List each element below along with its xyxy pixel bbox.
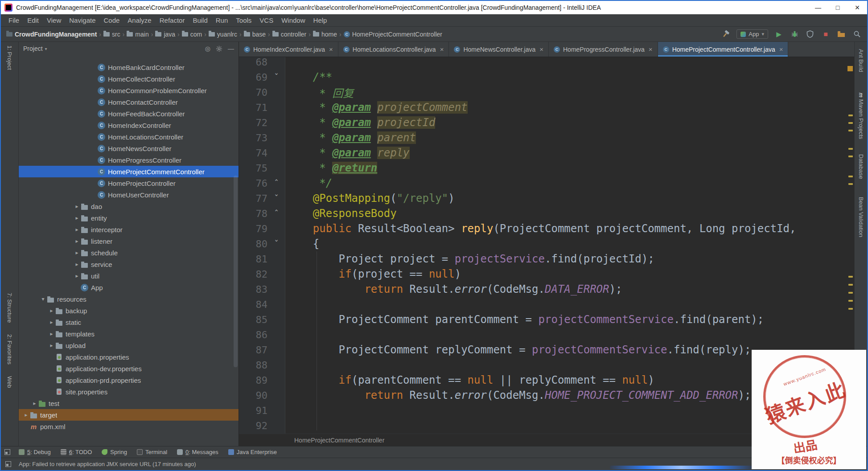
tree-item-entity[interactable]: ▸entity bbox=[19, 212, 239, 224]
tree-item-listener[interactable]: ▸listener bbox=[19, 235, 239, 247]
code-line[interactable]: 68 bbox=[239, 57, 854, 70]
tree-item-homecontactcontroller[interactable]: CHomeContactController bbox=[19, 96, 239, 108]
tool-button-spring[interactable]: Spring bbox=[97, 446, 132, 458]
menu-analyze[interactable]: Analyze bbox=[123, 16, 155, 24]
breadcrumb-item-java[interactable]: java bbox=[155, 31, 175, 38]
tree-item-homeindexcontroller[interactable]: CHomeIndexController bbox=[19, 119, 239, 131]
code-line[interactable]: 82 if(project == null) bbox=[239, 266, 854, 282]
close-tab-icon[interactable]: × bbox=[329, 45, 333, 53]
breadcrumb-item-src[interactable]: src bbox=[103, 31, 120, 38]
tool-button-5-debug[interactable]: 5: Debug bbox=[14, 446, 56, 458]
code-line[interactable]: 71 * @param projectComment bbox=[239, 100, 854, 115]
tree-item-backup[interactable]: ▸backup bbox=[19, 305, 239, 316]
tool-button-1-project[interactable]: 1: Project bbox=[6, 45, 13, 70]
tool-button-web[interactable]: Web bbox=[6, 376, 13, 388]
stop-button[interactable]: ■ bbox=[821, 29, 831, 39]
breadcrumb-item-main[interactable]: main bbox=[127, 31, 148, 38]
tree-item-application-dev-properties[interactable]: application-dev.properties bbox=[19, 363, 239, 374]
editor-tab-homeprogresscontroller-java[interactable]: CHomeProgressController.java× bbox=[549, 42, 658, 57]
menu-navigate[interactable]: Navigate bbox=[65, 16, 99, 24]
code-line[interactable]: 70 * 回复 bbox=[239, 85, 854, 100]
tree-toggle-icon[interactable]: ▸ bbox=[31, 400, 38, 406]
menu-code[interactable]: Code bbox=[99, 16, 123, 24]
tree-toggle-icon[interactable]: ▸ bbox=[48, 331, 55, 337]
menu-help[interactable]: Help bbox=[309, 16, 331, 24]
code-line[interactable]: 85 ProjectComment parentComment = projec… bbox=[239, 312, 854, 327]
tool-button-bean-validation[interactable]: Bean Validation bbox=[858, 197, 864, 237]
tree-toggle-icon[interactable]: ▸ bbox=[73, 261, 81, 267]
code-line[interactable]: 77ˇ @PostMapping("/reply") bbox=[239, 191, 854, 206]
tree-toggle-icon[interactable]: ▸ bbox=[73, 215, 81, 221]
menu-run[interactable]: Run bbox=[212, 16, 232, 24]
editor-tab-homeprojectcommentcontroller-java[interactable]: CHomeProjectCommentController.java× bbox=[658, 42, 789, 57]
menu-file[interactable]: File bbox=[4, 16, 23, 24]
event-log-icon[interactable] bbox=[5, 461, 11, 467]
tree-item-application-prd-properties[interactable]: application-prd.properties bbox=[19, 374, 239, 386]
code-line[interactable]: 72 * @param projectId bbox=[239, 115, 854, 130]
breadcrumb-item-crowdfundingmanagement[interactable]: CrowdFundingManagement bbox=[6, 31, 97, 38]
fold-marker-icon[interactable]: ˇ bbox=[271, 238, 282, 249]
menu-window[interactable]: Window bbox=[277, 16, 309, 24]
tool-button-database[interactable]: Database bbox=[858, 154, 864, 179]
code-line[interactable]: 80ˇ { bbox=[239, 236, 854, 251]
code-line[interactable]: 78ˆ @ResponseBody bbox=[239, 206, 854, 221]
tool-button-java-enterprise[interactable]: Java Enterprise bbox=[223, 446, 282, 458]
close-button[interactable]: × bbox=[847, 1, 867, 14]
hide-panel-button[interactable]: — bbox=[228, 45, 234, 52]
tree-toggle-icon[interactable]: ▸ bbox=[73, 203, 81, 209]
locate-file-button[interactable]: ◎ bbox=[205, 45, 210, 52]
inspections-indicator-icon[interactable] bbox=[847, 66, 853, 71]
tree-item-upload[interactable]: ▸upload bbox=[19, 340, 239, 351]
toolwindow-anchor-icon[interactable] bbox=[4, 449, 10, 455]
tree-item-homenewscontroller[interactable]: CHomeNewsController bbox=[19, 143, 239, 154]
minimize-button[interactable]: — bbox=[808, 1, 828, 14]
tree-toggle-icon[interactable]: ▸ bbox=[73, 226, 81, 233]
menu-refactor[interactable]: Refactor bbox=[156, 16, 189, 24]
editor-tab-homenewscontroller-java[interactable]: CHomeNewsController.java× bbox=[449, 42, 549, 57]
tool-button-maven-projects[interactable]: mMaven Projects bbox=[858, 93, 864, 139]
fold-marker-icon[interactable]: ˆ bbox=[271, 208, 282, 219]
tree-item-application-properties[interactable]: application.properties bbox=[19, 351, 239, 363]
run-button[interactable]: ▶ bbox=[774, 29, 784, 39]
tool-button-0-messages[interactable]: 0: Messages bbox=[172, 446, 223, 458]
code-line[interactable]: 84 bbox=[239, 297, 854, 312]
tree-item-interceptor[interactable]: ▸interceptor bbox=[19, 224, 239, 235]
tool-button-ant-build[interactable]: Ant Build bbox=[858, 49, 864, 72]
breadcrumb-item-com[interactable]: com bbox=[182, 31, 202, 38]
tree-item-homefeedbackcontroller[interactable]: CHomeFeedBackController bbox=[19, 108, 239, 119]
tree-item-schedule[interactable]: ▸schedule bbox=[19, 247, 239, 258]
tree-toggle-icon[interactable]: ▸ bbox=[73, 250, 81, 256]
tool-button-6-todo[interactable]: 6: TODO bbox=[56, 446, 97, 458]
project-panel-tab[interactable]: Project ▾ bbox=[23, 45, 47, 52]
tree-item-site-properties[interactable]: site.properties bbox=[19, 386, 239, 397]
tree-item-static[interactable]: ▸static bbox=[19, 316, 239, 328]
code-line[interactable]: 74 * @param reply bbox=[239, 145, 854, 160]
code-line[interactable]: 69ˇ /** bbox=[239, 70, 854, 85]
tree-toggle-icon[interactable]: ▸ bbox=[73, 238, 81, 244]
fold-marker-icon[interactable]: ˆ bbox=[271, 178, 282, 188]
tree-item-homeprogresscontroller[interactable]: CHomeProgressController bbox=[19, 154, 239, 166]
tree-item-app[interactable]: CApp bbox=[19, 282, 239, 293]
tree-item-homecollectcontroller[interactable]: CHomeCollectController bbox=[19, 73, 239, 85]
code-line[interactable]: 79 public Result<Boolean> reply(ProjectC… bbox=[239, 221, 854, 236]
tree-toggle-icon[interactable]: ▸ bbox=[48, 342, 55, 348]
code-line[interactable]: 86 bbox=[239, 327, 854, 342]
tool-button-7-structure[interactable]: 7: Structure bbox=[6, 293, 13, 323]
tree-item-pom-xml[interactable]: mpom.xml bbox=[19, 421, 239, 432]
project-scrollbar[interactable] bbox=[234, 176, 238, 367]
close-tab-icon[interactable]: × bbox=[649, 45, 653, 53]
settings-gear-button[interactable] bbox=[216, 45, 222, 52]
editor-tab-homeindexcontroller-java[interactable]: CHomeIndexController.java× bbox=[239, 42, 338, 57]
tree-item-templates[interactable]: ▸templates bbox=[19, 328, 239, 340]
search-everywhere-icon[interactable] bbox=[852, 29, 862, 39]
tree-item-service[interactable]: ▸service bbox=[19, 258, 239, 270]
tree-item-homebankcardcontroller[interactable]: CHomeBankCardController bbox=[19, 61, 239, 73]
close-tab-icon[interactable]: × bbox=[539, 45, 543, 53]
orange-folder-icon[interactable] bbox=[836, 29, 846, 39]
tree-item-dao[interactable]: ▸dao bbox=[19, 201, 239, 212]
tree-item-homeusercontroller[interactable]: CHomeUserController bbox=[19, 189, 239, 201]
menu-view[interactable]: View bbox=[43, 16, 65, 24]
code-line[interactable]: 75 * @return bbox=[239, 160, 854, 176]
maximize-button[interactable]: □ bbox=[828, 1, 847, 14]
menu-tools[interactable]: Tools bbox=[232, 16, 255, 24]
